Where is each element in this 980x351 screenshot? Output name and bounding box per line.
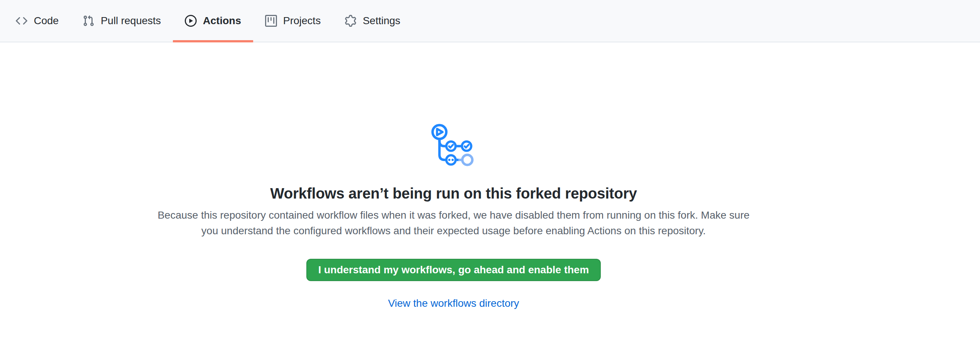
- tab-pull-requests[interactable]: Pull requests: [71, 0, 173, 42]
- play-icon: [185, 15, 197, 27]
- tab-actions[interactable]: Actions: [173, 0, 253, 42]
- project-icon: [265, 15, 277, 27]
- tab-projects[interactable]: Projects: [253, 0, 333, 42]
- secondary-action-row: View the workflows directory: [0, 297, 907, 309]
- code-icon: [16, 15, 27, 27]
- git-pull-request-icon: [83, 15, 94, 27]
- empty-state-description: Because this repository contained workfl…: [154, 208, 753, 239]
- tab-label: Pull requests: [101, 16, 161, 26]
- tab-label: Settings: [363, 16, 400, 26]
- gear-icon: [345, 15, 356, 27]
- workflow-graph-icon: [426, 119, 482, 171]
- actions-empty-state: Workflows aren’t being run on this forke…: [0, 42, 907, 309]
- enable-workflows-button[interactable]: I understand my workflows, go ahead and …: [306, 259, 601, 281]
- empty-state-title: Workflows aren’t being run on this forke…: [0, 184, 907, 203]
- view-workflows-directory-link[interactable]: View the workflows directory: [388, 297, 519, 309]
- tab-label: Code: [34, 16, 59, 26]
- tab-code[interactable]: Code: [4, 0, 71, 42]
- tab-label: Actions: [203, 16, 241, 26]
- repo-tab-nav: Code Pull requests Actions Projects Sett…: [0, 0, 980, 42]
- active-tab-underline: [173, 40, 253, 42]
- tab-label: Projects: [283, 16, 321, 26]
- tab-settings[interactable]: Settings: [333, 0, 412, 42]
